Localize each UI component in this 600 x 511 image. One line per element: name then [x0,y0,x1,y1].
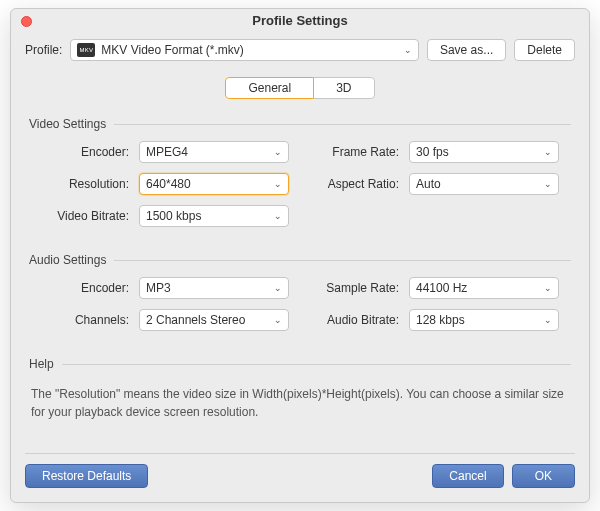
aspect-ratio-label: Aspect Ratio: [299,177,399,191]
chevron-down-icon: ⌄ [274,211,282,221]
video-encoder-value: MPEG4 [146,145,188,159]
resolution-value: 640*480 [146,177,191,191]
profile-label: Profile: [25,43,62,57]
content-area: Video Settings Encoder: MPEG4 ⌄ Frame Ra… [11,107,589,453]
channels-select[interactable]: 2 Channels Stereo ⌄ [139,309,289,331]
close-icon[interactable] [21,16,32,27]
chevron-down-icon: ⌄ [544,179,552,189]
window-title: Profile Settings [252,13,347,28]
divider [114,260,571,261]
chevron-down-icon: ⌄ [274,147,282,157]
ok-button[interactable]: OK [512,464,575,488]
audio-bitrate-select[interactable]: 128 kbps ⌄ [409,309,559,331]
sample-rate-select[interactable]: 44100 Hz ⌄ [409,277,559,299]
audio-encoder-label: Encoder: [29,281,129,295]
tab-general[interactable]: General [225,77,314,99]
titlebar: Profile Settings [11,9,589,33]
tab-bar: General 3D [11,77,589,99]
divider [62,364,571,365]
help-text: The "Resolution" means the video size in… [29,381,571,421]
sample-rate-label: Sample Rate: [299,281,399,295]
help-title: Help [29,357,54,371]
chevron-down-icon: ⌄ [274,283,282,293]
frame-rate-label: Frame Rate: [299,145,399,159]
resolution-label: Resolution: [29,177,129,191]
save-as-button[interactable]: Save as... [427,39,506,61]
restore-defaults-button[interactable]: Restore Defaults [25,464,148,488]
profile-value: MKV Video Format (*.mkv) [101,43,392,57]
profile-settings-window: Profile Settings Profile: MKV Video Form… [10,8,590,503]
chevron-down-icon: ⌄ [404,45,412,55]
sample-rate-value: 44100 Hz [416,281,467,295]
cancel-button[interactable]: Cancel [432,464,503,488]
video-settings-title: Video Settings [29,117,106,131]
encoder-label: Encoder: [29,145,129,159]
video-bitrate-select[interactable]: 1500 kbps ⌄ [139,205,289,227]
frame-rate-value: 30 fps [416,145,449,159]
tab-3d[interactable]: 3D [313,77,374,99]
audio-bitrate-value: 128 kbps [416,313,465,327]
chevron-down-icon: ⌄ [274,179,282,189]
video-bitrate-label: Video Bitrate: [29,209,129,223]
aspect-ratio-select[interactable]: Auto ⌄ [409,173,559,195]
audio-encoder-select[interactable]: MP3 ⌄ [139,277,289,299]
channels-value: 2 Channels Stereo [146,313,245,327]
help-section: Help The "Resolution" means the video si… [29,357,571,421]
video-encoder-select[interactable]: MPEG4 ⌄ [139,141,289,163]
audio-settings-title: Audio Settings [29,253,106,267]
profile-select[interactable]: MKV Video Format (*.mkv) ⌄ [70,39,419,61]
delete-button[interactable]: Delete [514,39,575,61]
video-settings-section: Video Settings Encoder: MPEG4 ⌄ Frame Ra… [29,117,571,227]
chevron-down-icon: ⌄ [544,283,552,293]
frame-rate-select[interactable]: 30 fps ⌄ [409,141,559,163]
profile-row: Profile: MKV Video Format (*.mkv) ⌄ Save… [11,33,589,67]
audio-settings-section: Audio Settings Encoder: MP3 ⌄ Sample Rat… [29,253,571,331]
aspect-ratio-value: Auto [416,177,441,191]
chevron-down-icon: ⌄ [544,147,552,157]
resolution-select[interactable]: 640*480 ⌄ [139,173,289,195]
chevron-down-icon: ⌄ [274,315,282,325]
chevron-down-icon: ⌄ [544,315,552,325]
video-bitrate-value: 1500 kbps [146,209,201,223]
audio-bitrate-label: Audio Bitrate: [299,313,399,327]
divider [114,124,571,125]
footer: Restore Defaults Cancel OK [11,454,589,502]
audio-encoder-value: MP3 [146,281,171,295]
mkv-icon [77,43,95,57]
channels-label: Channels: [29,313,129,327]
